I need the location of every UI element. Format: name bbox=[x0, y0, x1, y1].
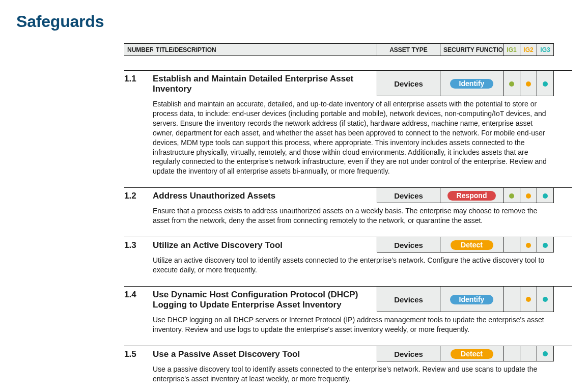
safeguard-description: Use a passive discovery tool to identify… bbox=[153, 365, 572, 384]
ig1-cell bbox=[503, 237, 520, 253]
ig2-cell bbox=[520, 346, 537, 361]
asset-type-cell: Devices bbox=[377, 237, 440, 253]
asset-type-cell: Devices bbox=[377, 346, 440, 361]
safeguard-number: 1.3 bbox=[124, 237, 153, 253]
ig2-cell bbox=[520, 237, 537, 253]
header-security-function: SECURITY FUNCTION bbox=[440, 43, 503, 56]
safeguards-table: NUMBER TITLE/DESCRIPTION ASSET TYPE SECU… bbox=[124, 43, 572, 392]
safeguard-title: Utilize an Active Discovery Tool bbox=[153, 237, 377, 253]
ig1-dot-icon bbox=[509, 193, 514, 199]
safeguard-row: 1.4Use Dynamic Host Configuration Protoc… bbox=[124, 286, 572, 334]
security-function-cell: Detect bbox=[440, 346, 503, 361]
safeguard-number: 1.4 bbox=[124, 287, 153, 312]
asset-type-cell: Devices bbox=[377, 188, 440, 203]
ig3-dot-icon bbox=[543, 243, 548, 248]
ig2-cell bbox=[520, 287, 537, 312]
desc-spacer bbox=[124, 315, 153, 334]
safeguard-title: Use Dynamic Host Configuration Protocol … bbox=[153, 287, 377, 312]
ig3-cell bbox=[537, 71, 554, 96]
safeguard-row: 1.3Utilize an Active Discovery ToolDevic… bbox=[124, 237, 572, 275]
ig2-dot-icon bbox=[526, 243, 531, 248]
ig3-dot-icon bbox=[543, 297, 548, 302]
safeguard-row: 1.1Establish and Maintain Detailed Enter… bbox=[124, 70, 572, 176]
ig3-cell bbox=[537, 346, 554, 361]
header-title: TITLE/DESCRIPTION bbox=[153, 43, 377, 56]
security-function-cell: Detect bbox=[440, 237, 503, 253]
safeguard-title: Use a Passive Asset Discovery Tool bbox=[153, 346, 377, 361]
header-ig2: IG2 bbox=[523, 46, 533, 53]
safeguard-description: Use DHCP logging on all DHCP servers or … bbox=[153, 315, 572, 334]
ig2-cell bbox=[520, 188, 537, 203]
page-title: Safeguards bbox=[16, 12, 572, 31]
ig3-cell bbox=[537, 287, 554, 312]
security-function-pill: Identify bbox=[450, 295, 494, 304]
desc-spacer bbox=[124, 256, 153, 275]
desc-spacer bbox=[124, 365, 153, 384]
desc-spacer bbox=[124, 206, 153, 226]
header-asset-type: ASSET TYPE bbox=[377, 43, 440, 56]
security-function-cell: Respond bbox=[440, 188, 503, 203]
security-function-cell: Identify bbox=[440, 71, 503, 96]
security-function-pill: Detect bbox=[451, 349, 493, 359]
security-function-pill: Respond bbox=[447, 191, 496, 201]
safeguard-title: Establish and Maintain Detailed Enterpri… bbox=[153, 71, 377, 96]
ig1-dot-icon bbox=[509, 81, 514, 87]
header-ig3: IG3 bbox=[540, 46, 550, 53]
safeguard-title: Address Unauthorized Assets bbox=[153, 188, 377, 203]
ig1-cell bbox=[503, 346, 520, 361]
desc-spacer bbox=[124, 99, 153, 176]
ig3-dot-icon bbox=[543, 193, 548, 199]
ig2-cell bbox=[520, 71, 537, 96]
security-function-cell: Identify bbox=[440, 287, 503, 312]
safeguard-row: 1.5Use a Passive Asset Discovery ToolDev… bbox=[124, 346, 572, 384]
header-number: NUMBER bbox=[124, 43, 153, 56]
ig3-dot-icon bbox=[543, 81, 548, 87]
ig3-cell bbox=[537, 188, 554, 203]
safeguard-number: 1.1 bbox=[124, 71, 153, 96]
ig1-cell bbox=[503, 188, 520, 203]
header-ig1: IG1 bbox=[507, 46, 516, 53]
ig3-dot-icon bbox=[543, 351, 548, 356]
safeguard-number: 1.2 bbox=[124, 188, 153, 203]
safeguard-row: 1.2Address Unauthorized AssetsDevicesRes… bbox=[124, 187, 572, 226]
ig2-dot-icon bbox=[526, 81, 531, 87]
ig2-dot-icon bbox=[526, 193, 531, 199]
ig1-cell bbox=[503, 71, 520, 96]
ig2-dot-icon bbox=[526, 297, 531, 302]
asset-type-cell: Devices bbox=[377, 71, 440, 96]
safeguard-description: Establish and maintain an accurate, deta… bbox=[153, 99, 572, 176]
table-header: NUMBER TITLE/DESCRIPTION ASSET TYPE SECU… bbox=[124, 43, 572, 56]
safeguard-description: Utilize an active discovery tool to iden… bbox=[153, 256, 572, 275]
safeguard-description: Ensure that a process exists to address … bbox=[153, 206, 572, 226]
ig1-cell bbox=[503, 287, 520, 312]
safeguard-number: 1.5 bbox=[124, 346, 153, 361]
security-function-pill: Detect bbox=[451, 240, 493, 250]
asset-type-cell: Devices bbox=[377, 287, 440, 312]
security-function-pill: Identify bbox=[450, 79, 494, 89]
ig3-cell bbox=[537, 237, 554, 253]
